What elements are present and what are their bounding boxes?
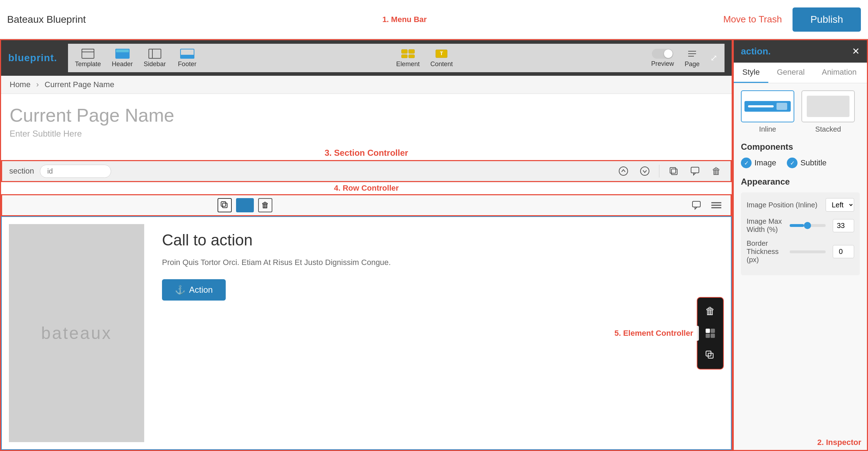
tool-element[interactable]: Element: [396, 48, 420, 68]
breadcrumb-separator: ›: [36, 80, 39, 89]
breadcrumb-home[interactable]: Home: [10, 80, 31, 89]
element-copy-button[interactable]: [701, 346, 720, 365]
image-max-width-input[interactable]: [833, 219, 854, 232]
style-inline-label: Inline: [759, 125, 776, 133]
tool-content[interactable]: T Content: [430, 48, 453, 68]
svg-rect-1: [82, 49, 94, 52]
main-layout: blueprint. Template Header: [0, 39, 868, 451]
tab-general[interactable]: General: [768, 63, 813, 83]
element-move-button[interactable]: [701, 324, 720, 343]
tab-style[interactable]: Style: [734, 63, 768, 83]
page-title: Current Page Name: [10, 105, 723, 126]
border-thickness-label: Border Thickness (px): [747, 239, 783, 264]
svg-rect-23: [223, 203, 227, 208]
section-move-up-button[interactable]: [616, 164, 631, 178]
section-id-input[interactable]: [40, 165, 111, 178]
cta-button-label: Action: [189, 285, 213, 295]
menu-bar-label: 1. Menu Bar: [382, 15, 427, 24]
expand-icon[interactable]: ⤢: [710, 53, 717, 63]
svg-rect-22: [221, 202, 226, 206]
slider-handle: [804, 222, 811, 229]
row-controller-label-row: 4. Row Controller: [1, 182, 732, 194]
component-image-label: Image: [754, 158, 776, 168]
section-divider: [659, 165, 659, 177]
tool-header[interactable]: Header: [112, 48, 133, 68]
component-image[interactable]: ✓ Image: [741, 158, 776, 168]
style-option-inline[interactable]: Inline: [741, 90, 794, 133]
footer-icon: [180, 48, 194, 59]
move-to-trash-button[interactable]: Move to Trash: [723, 14, 782, 25]
tool-page[interactable]: Page: [685, 48, 700, 68]
svg-rect-29: [711, 329, 715, 333]
footer-label: Footer: [178, 60, 197, 68]
element-label: Element: [396, 60, 420, 68]
svg-rect-11: [409, 54, 414, 58]
breadcrumb: Home › Current Page Name: [1, 76, 732, 94]
inline-box: [777, 103, 787, 110]
svg-rect-24: [692, 201, 700, 207]
inspector-tabs: Style General Animation: [734, 63, 867, 83]
image-max-width-row: Image Max Width (%): [747, 217, 854, 234]
border-thickness-input[interactable]: [833, 245, 854, 258]
section-duplicate-button[interactable]: [666, 164, 681, 178]
element-delete-button[interactable]: 🗑: [701, 302, 720, 320]
cta-button-icon: ⚓: [175, 285, 185, 295]
svg-rect-20: [671, 169, 677, 175]
tab-animation[interactable]: Animation: [813, 63, 865, 83]
image-position-row: Image Position (Inline) Left: [747, 198, 854, 212]
component-subtitle-label: Subtitle: [800, 158, 826, 168]
row-comment-button[interactable]: [689, 198, 704, 212]
inline-preview-bar: [744, 101, 791, 112]
border-thickness-slider[interactable]: [790, 250, 826, 253]
element-icon: [401, 48, 415, 59]
image-check-icon: ✓: [741, 158, 752, 168]
row-delete-button[interactable]: 🗑: [258, 198, 272, 212]
preview-toggle[interactable]: Preview: [651, 49, 674, 68]
tool-sidebar[interactable]: Sidebar: [144, 48, 166, 68]
content-label: Content: [430, 60, 453, 68]
row-controller-label: 4. Row Controller: [334, 184, 399, 192]
row-color-button[interactable]: [236, 198, 254, 212]
section-controller-label-row: 3. Section Controller: [1, 146, 732, 160]
section-comment-button[interactable]: [688, 164, 702, 178]
appearance-section: Image Position (Inline) Left Image Max W…: [741, 192, 860, 275]
row-ctrl-right: [689, 198, 723, 212]
section-actions: 🗑: [616, 164, 723, 178]
blueprint-brand: blueprint.: [8, 52, 57, 64]
page-subtitle-text: Enter Subtitle Here: [10, 129, 723, 139]
image-max-width-slider[interactable]: [790, 224, 826, 227]
publish-button[interactable]: Publish: [793, 7, 861, 32]
row-menu-button[interactable]: [709, 198, 723, 212]
component-subtitle[interactable]: ✓ Subtitle: [787, 158, 826, 168]
svg-rect-4: [149, 49, 161, 58]
tool-template[interactable]: Template: [75, 48, 101, 68]
style-option-stacked[interactable]: Stacked: [801, 90, 855, 133]
content-area: bateaux Call to action Proin Quis Tortor…: [1, 216, 732, 450]
image-position-select[interactable]: Left: [826, 198, 854, 212]
stacked-preview-bar: [807, 96, 849, 117]
style-stacked-label: Stacked: [815, 125, 841, 133]
row-controller: 🗑: [1, 194, 732, 216]
inspector-title: action.: [741, 46, 771, 57]
preview-switch[interactable]: [652, 49, 673, 59]
svg-rect-7: [181, 55, 194, 58]
inspector-close-button[interactable]: ✕: [852, 46, 860, 57]
svg-rect-5: [149, 49, 152, 58]
preview-label: Preview: [651, 60, 674, 68]
tool-footer[interactable]: Footer: [177, 48, 198, 68]
cta-action-button[interactable]: ⚓ Action: [162, 279, 226, 301]
row-copy-button[interactable]: [218, 198, 232, 212]
svg-point-17: [619, 167, 628, 175]
inspector-header: action. ✕: [734, 40, 867, 63]
template-label: Template: [75, 60, 101, 68]
placeholder-text: bateaux: [41, 323, 112, 343]
element-controller-label-container: 5. Element Controller: [609, 326, 699, 341]
style-options: Inline Stacked: [741, 90, 860, 133]
header-label: Header: [112, 60, 133, 68]
section-delete-button[interactable]: 🗑: [709, 164, 723, 178]
inspector-body: Inline Stacked Components ✓ Image ✓: [734, 83, 867, 435]
svg-rect-0: [82, 49, 94, 58]
page-header: Current Page Name Enter Subtitle Here: [1, 94, 732, 146]
section-move-down-button[interactable]: [638, 164, 652, 178]
svg-text:T: T: [440, 51, 443, 56]
